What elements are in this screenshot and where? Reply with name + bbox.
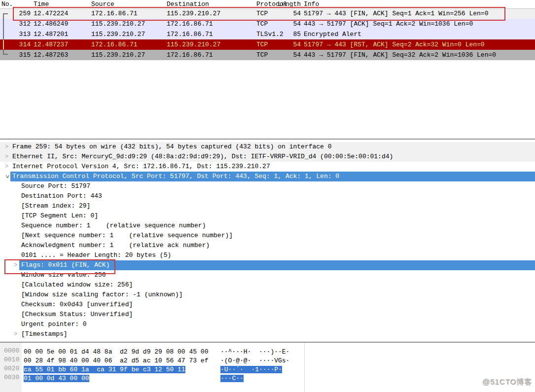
detail-row[interactable]: [Window size scaling factor: -1 (unknown… bbox=[0, 290, 535, 300]
packet-row-259[interactable]: 25912.472224172.16.86.71115.239.210.27TC… bbox=[0, 8, 535, 19]
cell-src: 115.239.210.27 bbox=[91, 20, 145, 28]
detail-row[interactable]: >Internet Protocol Version 4, Src: 172.1… bbox=[0, 162, 535, 172]
hex-offset: 0000 bbox=[4, 347, 19, 355]
hex-offset: 0030 bbox=[4, 374, 19, 381]
detail-row-text: Ethernet II, Src: MercuryC_9d:d9:29 (48:… bbox=[10, 152, 395, 162]
ascii-bytes-selected: ···C·· bbox=[220, 375, 244, 382]
cell-dst: 115.239.210.27 bbox=[167, 10, 220, 17]
cell-dst: 172.16.86.71 bbox=[167, 31, 213, 38]
cell-proto: TCP bbox=[256, 41, 268, 48]
conversation-bracket-tick-bottom bbox=[3, 54, 8, 55]
cell-len: 54 bbox=[272, 51, 301, 59]
detail-row[interactable]: [Checksum Status: Unverified] bbox=[0, 310, 535, 320]
detail-row[interactable]: >Flags: 0x011 (FIN, ACK) bbox=[0, 260, 535, 270]
cell-src: 172.16.86.71 bbox=[91, 10, 138, 17]
cell-info: 443 → 51797 [FIN, ACK] Seq=32 Ack=2 Win=… bbox=[304, 51, 496, 59]
detail-row-text: Source Port: 51797 bbox=[19, 181, 92, 191]
packet-row-313[interactable]: 31312.487201115.239.210.27172.16.86.71TL… bbox=[0, 29, 535, 39]
detail-row-text: [Timestamps] bbox=[19, 329, 70, 339]
detail-row-text: [Stream index: 29] bbox=[19, 201, 92, 211]
cell-time: 12.486249 bbox=[34, 20, 68, 28]
cell-time: 12.487237 bbox=[34, 41, 68, 48]
packet-row-314[interactable]: 31412.487237172.16.86.71115.239.210.27TC… bbox=[0, 39, 535, 50]
expand-chevron-icon[interactable]: > bbox=[12, 260, 19, 270]
detail-row-text: Frame 259: 54 bytes on wire (432 bits), … bbox=[10, 142, 334, 152]
detail-row[interactable]: 0101 .... = Header Length: 20 bytes (5) bbox=[0, 250, 535, 260]
detail-row-text: [TCP Segment Len: 0] bbox=[19, 211, 100, 221]
column-header-length[interactable]: Length bbox=[272, 0, 301, 8]
expand-chevron-icon[interactable]: > bbox=[3, 162, 10, 172]
cell-dst: 172.16.86.71 bbox=[167, 20, 213, 28]
column-header-time[interactable]: Time bbox=[34, 0, 49, 8]
detail-row[interactable]: >Transmission Control Protocol, Src Port… bbox=[0, 172, 535, 181]
detail-row-text: Transmission Control Protocol, Src Port:… bbox=[10, 172, 535, 181]
detail-row[interactable]: Window size value: 256 bbox=[0, 270, 535, 280]
detail-row[interactable]: >Frame 259: 54 bytes on wire (432 bits),… bbox=[0, 142, 535, 152]
detail-row[interactable]: [Next sequence number: 1 (relative seque… bbox=[0, 231, 535, 241]
cell-len: 54 bbox=[272, 41, 301, 48]
cell-dst: 115.239.210.27 bbox=[167, 41, 220, 48]
column-header-source[interactable]: Source bbox=[91, 0, 114, 8]
packet-row-312[interactable]: 31212.486249115.239.210.27172.16.86.71TC… bbox=[0, 19, 535, 29]
cell-info: 51797 → 443 [FIN, ACK] Seq=1 Ack=1 Win=2… bbox=[304, 10, 488, 17]
column-header-info[interactable]: Info bbox=[304, 0, 319, 8]
cell-dst: 172.16.86.71 bbox=[167, 51, 213, 59]
hex-row-0020[interactable]: 0020d2 1b ca 55 01 bb 60 1a ca 31 9f be … bbox=[0, 364, 535, 373]
expand-chevron-icon[interactable]: > bbox=[3, 152, 10, 162]
detail-row[interactable]: Checksum: 0x0d43 [unverified] bbox=[0, 300, 535, 310]
detail-row[interactable]: [TCP Segment Len: 0] bbox=[0, 211, 535, 221]
collapse-chevron-icon[interactable]: > bbox=[2, 173, 12, 180]
detail-row-text: 0101 .... = Header Length: 20 bytes (5) bbox=[19, 250, 173, 260]
cell-src: 172.16.86.71 bbox=[91, 41, 138, 48]
cell-time: 12.472224 bbox=[34, 10, 68, 17]
packet-row-315[interactable]: 31512.487263115.239.210.27172.16.86.71TC… bbox=[0, 50, 535, 60]
wireshark-window: No. Time Source Destination Protocol Len… bbox=[0, 0, 535, 392]
detail-row-text: [Next sequence number: 1 (relative seque… bbox=[19, 231, 235, 241]
cell-info: 443 → 51797 [ACK] Seq=1 Ack=2 Win=1036 L… bbox=[304, 20, 473, 28]
detail-row[interactable]: >Ethernet II, Src: MercuryC_9d:d9:29 (48… bbox=[0, 152, 535, 162]
detail-row-text: Checksum: 0x0d43 [unverified] bbox=[19, 300, 135, 310]
hex-row-0010[interactable]: 001000 28 4f 98 40 00 40 06 a2 d5 ac 10 … bbox=[0, 355, 535, 364]
detail-row-text: Flags: 0x011 (FIN, ACK) bbox=[19, 260, 535, 270]
detail-row-text: Window size value: 256 bbox=[19, 270, 108, 280]
expand-chevron-icon[interactable]: > bbox=[3, 142, 10, 152]
detail-row[interactable]: Sequence number: 1 (relative sequence nu… bbox=[0, 221, 535, 231]
detail-row[interactable]: Source Port: 51797 bbox=[0, 181, 535, 191]
detail-row-text: Destination Port: 443 bbox=[19, 191, 104, 201]
hex-bytes-plain: 00 00 5e 00 01 d4 48 8a d2 9d d9 29 08 0… bbox=[24, 348, 208, 356]
conversation-bracket-line-gold bbox=[3, 40, 4, 49]
cell-no: 313 bbox=[0, 31, 31, 38]
detail-row-text: [Window size scaling factor: -1 (unknown… bbox=[19, 290, 185, 300]
column-header-no[interactable]: No. bbox=[1, 0, 13, 8]
detail-row[interactable]: Acknowledgment number: 1 (relative ack n… bbox=[0, 241, 535, 250]
ascii-bytes-selected: ·U··`· ·1····P· bbox=[220, 366, 282, 373]
hex-row-0000[interactable]: 000000 00 5e 00 01 d4 48 8a d2 9d d9 29 … bbox=[0, 346, 535, 355]
cell-src: 115.239.210.27 bbox=[91, 51, 145, 59]
cell-no: 312 bbox=[0, 20, 31, 28]
cell-no: 315 bbox=[0, 51, 31, 59]
cell-proto: TCP bbox=[256, 51, 268, 59]
ascii-bytes-plain: ·(O·@·@· ····VGs· bbox=[220, 357, 289, 364]
pane-splitter-bottom[interactable] bbox=[0, 342, 535, 343]
cell-no: 314 bbox=[0, 41, 31, 48]
detail-row[interactable]: Urgent pointer: 0 bbox=[0, 320, 535, 329]
detail-row[interactable]: >[Timestamps] bbox=[0, 329, 535, 339]
detail-row[interactable]: Destination Port: 443 bbox=[0, 191, 535, 201]
detail-row-text: Urgent pointer: 0 bbox=[19, 320, 89, 329]
cell-len: 85 bbox=[272, 31, 301, 38]
detail-row[interactable]: [Calculated window size: 256] bbox=[0, 280, 535, 290]
cell-time: 12.487263 bbox=[34, 51, 68, 59]
detail-row-text: [Calculated window size: 256] bbox=[19, 280, 135, 290]
detail-row[interactable]: [Stream index: 29] bbox=[0, 201, 535, 211]
detail-row-text: [Checksum Status: Unverified] bbox=[19, 310, 135, 320]
cell-info: 51797 → 443 [RST, ACK] Seq=2 Ack=32 Win=… bbox=[304, 41, 485, 48]
hex-row-0030[interactable]: 003001 00 0d 43 00 00···C·· bbox=[0, 373, 535, 382]
pane-splitter-top[interactable] bbox=[0, 139, 535, 140]
hex-bytes-selected: ca 55 01 bb 60 1a ca 31 9f be c3 12 50 1… bbox=[24, 366, 185, 373]
packet-list-header: No. Time Source Destination Protocol Len… bbox=[0, 0, 535, 9]
cell-proto: TCP bbox=[256, 10, 268, 17]
expand-chevron-icon[interactable]: > bbox=[12, 329, 19, 339]
cell-src: 115.239.210.27 bbox=[91, 31, 145, 38]
column-header-destination[interactable]: Destination bbox=[167, 0, 209, 8]
cell-time: 12.487201 bbox=[34, 31, 68, 38]
